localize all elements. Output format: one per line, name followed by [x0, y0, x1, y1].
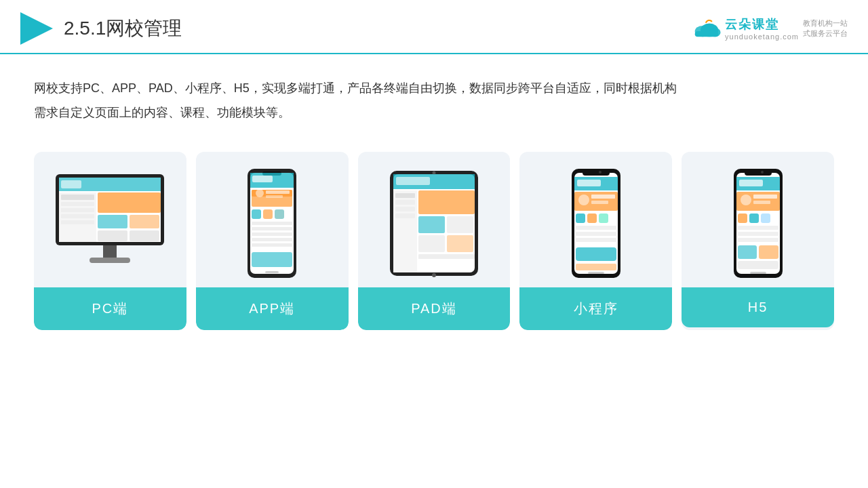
card-pc-image: [34, 152, 186, 287]
svg-rect-92: [738, 232, 778, 236]
svg-rect-55: [418, 235, 445, 252]
svg-rect-69: [576, 214, 585, 223]
svg-rect-74: [576, 238, 616, 242]
svg-rect-75: [576, 247, 616, 261]
card-miniprogram-image: [519, 152, 672, 287]
card-app-label: APP端: [196, 287, 349, 330]
logo-area: 云朵课堂 yunduoketang.com 教育机构一站 式服务云平台: [692, 16, 848, 41]
svg-rect-67: [591, 195, 615, 199]
card-miniprogram: 小程序: [519, 152, 672, 330]
cloud-logo-icon: [692, 19, 721, 38]
svg-rect-83: [739, 180, 763, 186]
svg-rect-68: [591, 201, 608, 204]
card-pad-label: PAD端: [358, 287, 511, 330]
svg-rect-64: [577, 180, 601, 186]
svg-rect-86: [753, 195, 777, 199]
logo-text: 云朵课堂 yunduoketang.com: [725, 16, 799, 41]
svg-rect-96: [738, 261, 778, 269]
card-h5-image: [682, 152, 834, 287]
svg-rect-76: [576, 264, 616, 270]
svg-rect-26: [252, 176, 273, 182]
play-icon: [20, 12, 53, 45]
svg-rect-77: [588, 272, 604, 274]
svg-point-44: [432, 171, 435, 174]
svg-marker-0: [20, 12, 53, 45]
svg-rect-14: [61, 220, 94, 224]
svg-rect-90: [761, 214, 770, 223]
logo-tagline: 教育机构一站 式服务云平台: [803, 18, 848, 39]
svg-point-62: [599, 171, 601, 174]
svg-rect-34: [275, 209, 284, 219]
svg-rect-20: [103, 245, 117, 259]
svg-rect-31: [266, 195, 283, 198]
svg-point-81: [761, 171, 764, 174]
svg-rect-4: [695, 31, 719, 37]
pc-monitor-icon: [49, 171, 171, 276]
platform-cards: PC端: [0, 138, 868, 350]
svg-rect-18: [98, 230, 127, 241]
card-app: APP端: [196, 152, 349, 330]
card-pad-image: [358, 152, 511, 287]
card-pad: PAD端: [358, 152, 511, 330]
svg-point-66: [578, 195, 589, 205]
svg-rect-56: [447, 235, 473, 252]
svg-rect-95: [759, 245, 778, 259]
svg-point-85: [741, 195, 751, 205]
svg-rect-35: [252, 222, 292, 225]
svg-rect-40: [252, 252, 292, 267]
svg-rect-17: [130, 215, 159, 228]
card-h5: H5: [682, 152, 834, 330]
svg-rect-50: [395, 207, 415, 211]
svg-rect-41: [265, 271, 279, 273]
page-header: 2.5.1网校管理 云朵课堂 yunduoketang.com 教育机构一站 式…: [0, 0, 868, 54]
h5-phone-icon: [731, 167, 785, 279]
svg-rect-21: [90, 258, 130, 263]
svg-rect-36: [252, 227, 292, 230]
svg-rect-52: [418, 190, 475, 214]
svg-rect-15: [98, 192, 161, 213]
svg-rect-87: [753, 201, 770, 204]
pad-tablet-icon: [387, 167, 481, 279]
card-h5-label: H5: [682, 287, 834, 327]
header-left: 2.5.1网校管理: [20, 12, 182, 45]
svg-rect-88: [738, 214, 747, 223]
svg-rect-70: [587, 214, 597, 223]
card-pc: PC端: [34, 152, 186, 330]
svg-rect-89: [749, 214, 759, 223]
svg-point-58: [432, 273, 436, 277]
app-phone-icon: [245, 167, 299, 279]
svg-rect-38: [252, 238, 292, 241]
svg-rect-51: [395, 214, 415, 218]
logo-cloud: 云朵课堂 yunduoketang.com 教育机构一站 式服务云平台: [692, 16, 848, 41]
svg-rect-10: [61, 195, 94, 200]
svg-rect-11: [61, 202, 94, 206]
card-pc-label: PC端: [34, 287, 186, 330]
card-miniprogram-label: 小程序: [519, 287, 672, 330]
svg-rect-13: [61, 214, 94, 218]
svg-rect-71: [599, 214, 608, 223]
svg-rect-8: [61, 180, 81, 188]
svg-rect-39: [252, 243, 292, 247]
svg-rect-72: [576, 226, 616, 230]
card-app-image: [196, 152, 349, 287]
svg-point-29: [256, 189, 264, 197]
svg-rect-94: [738, 245, 757, 259]
svg-rect-30: [266, 190, 290, 194]
svg-rect-46: [396, 177, 430, 185]
svg-rect-73: [576, 232, 616, 236]
svg-rect-57: [418, 254, 475, 259]
svg-rect-48: [395, 193, 415, 198]
svg-rect-53: [418, 216, 445, 233]
page-title: 2.5.1网校管理: [64, 16, 182, 41]
svg-rect-19: [130, 230, 159, 241]
svg-rect-93: [738, 238, 778, 242]
svg-rect-97: [750, 272, 766, 274]
svg-rect-61: [583, 170, 610, 176]
description-text: 网校支持PC、APP、PAD、小程序、H5，实现多端打通，产品各终端自由切换，数…: [0, 54, 868, 138]
svg-rect-37: [252, 232, 292, 236]
svg-rect-91: [738, 226, 778, 230]
svg-rect-32: [252, 209, 261, 219]
svg-rect-16: [98, 215, 127, 228]
svg-rect-49: [395, 200, 415, 205]
svg-rect-33: [263, 209, 273, 219]
